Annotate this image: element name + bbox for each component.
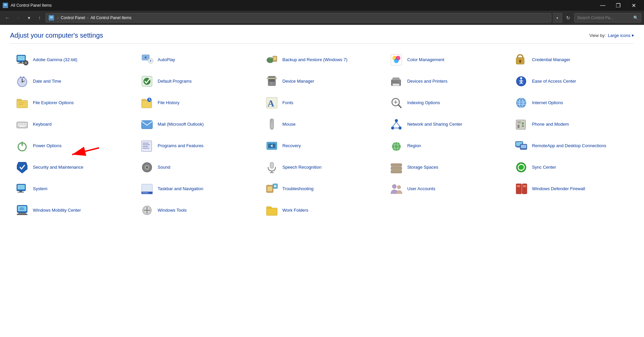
control-panel-item-indexing[interactable]: Indexing Options [384, 92, 509, 114]
recent-locations-button[interactable]: ▾ [24, 13, 34, 23]
taskbar-nav-icon [140, 182, 154, 196]
control-panel-item-work-folders[interactable]: Work Folders [260, 200, 385, 221]
windows-tools-icon [140, 204, 154, 217]
control-panel-item-internet-options[interactable]: Internet Options [509, 92, 634, 114]
control-panel-item-windows-defender[interactable]: Windows Defender Firewall [509, 178, 634, 200]
svg-point-95 [392, 142, 401, 151]
devices-printers-label: Devices and Printers [407, 79, 447, 84]
svg-rect-103 [521, 145, 526, 148]
up-button[interactable]: ↑ [35, 13, 44, 23]
control-panel-item-file-history[interactable]: File History [135, 92, 260, 114]
search-box[interactable]: Search Control Pa... 🔍 [574, 13, 641, 23]
titlebar-controls: — ❐ ✕ [595, 0, 641, 11]
refresh-button[interactable]: ↻ [563, 13, 573, 23]
file-history-icon [140, 96, 154, 110]
control-panel-item-devices-printers[interactable]: Devices and Printers [384, 71, 509, 92]
svg-rect-6 [50, 19, 53, 19]
programs-features-label: Programs and Features [158, 143, 204, 149]
control-panel-item-security-maintenance[interactable]: Security and Maintenance [10, 157, 135, 178]
control-panel-item-programs-features[interactable]: Programs and Features [135, 135, 260, 157]
minimize-button[interactable]: — [595, 0, 610, 11]
view-by-value[interactable]: Large icons ▾ [608, 33, 634, 38]
svg-rect-69 [22, 123, 24, 124]
svg-line-78 [393, 122, 396, 127]
control-panel-item-autoplay[interactable]: AutoPlay [135, 49, 260, 71]
svg-point-17 [145, 56, 147, 58]
control-panel-item-fonts[interactable]: AFonts [260, 92, 385, 114]
control-panel-item-storage-spaces[interactable]: Storage Spaces [384, 157, 509, 178]
svg-rect-145 [266, 208, 277, 215]
control-panel-item-windows-mobility[interactable]: Windows Mobility Center [10, 200, 135, 221]
svg-rect-3 [4, 7, 7, 7]
page-header: Adjust your computer's settings View by:… [10, 32, 634, 44]
svg-rect-144 [146, 210, 148, 211]
date-time-label: Date and Time [33, 79, 61, 84]
control-panel-item-mouse[interactable]: Mouse [260, 114, 385, 135]
keyboard-label: Keyboard [33, 122, 52, 127]
control-panel-item-date-time[interactable]: Date and Time [10, 71, 135, 92]
control-panel-item-ease-access[interactable]: Ease of Access Center [509, 71, 634, 92]
breadcrumb-control-panel[interactable]: Control Panel [61, 15, 85, 20]
control-panel-item-mail[interactable]: Mail (Microsoft Outlook) [135, 114, 260, 135]
control-panel-item-backup-restore[interactable]: Backup and Restore (Windows 7) [260, 49, 385, 71]
svg-rect-32 [20, 77, 21, 78]
svg-rect-118 [17, 185, 25, 189]
svg-rect-67 [18, 123, 19, 124]
address-dropdown-button[interactable]: ▾ [553, 13, 562, 23]
address-bar[interactable]: › Control Panel › All Control Panel Item… [46, 13, 551, 23]
remoteapp-icon [514, 139, 528, 153]
control-panel-item-power-options[interactable]: Power Options [10, 135, 135, 157]
power-options-icon [15, 139, 29, 153]
file-explorer-icon [15, 96, 29, 110]
svg-rect-138 [17, 214, 28, 215]
svg-rect-113 [391, 170, 402, 173]
file-history-label: File History [158, 100, 180, 106]
maximize-button[interactable]: ❐ [610, 0, 626, 11]
control-panel-item-user-accounts[interactable]: User Accounts [384, 178, 509, 200]
control-panel-item-system[interactable]: System [10, 178, 135, 200]
storage-spaces-icon [390, 161, 403, 174]
close-button[interactable]: ✕ [626, 0, 641, 11]
control-panel-item-file-explorer[interactable]: File Explorer Options [10, 92, 135, 114]
svg-point-83 [522, 122, 524, 124]
autoplay-icon [140, 53, 154, 67]
device-manager-icon [265, 75, 279, 88]
control-panel-item-keyboard[interactable]: Keyboard [10, 114, 135, 135]
control-panel-item-network-sharing[interactable]: Network and Sharing Center [384, 114, 509, 135]
system-icon [15, 182, 29, 196]
control-panel-item-default-programs[interactable]: Default Programs [135, 71, 260, 92]
svg-rect-1 [4, 4, 7, 6]
file-explorer-label: File Explorer Options [33, 100, 73, 106]
recovery-icon [265, 139, 279, 153]
troubleshooting-icon [265, 182, 279, 196]
control-panel-item-sync-center[interactable]: Sync Center [509, 157, 634, 178]
region-icon [390, 139, 403, 153]
internet-options-icon [514, 96, 528, 110]
indexing-icon [390, 96, 403, 110]
fonts-icon: A [265, 96, 279, 110]
control-panel-item-recovery[interactable]: Recovery [260, 135, 385, 157]
control-panel-item-speech-recognition[interactable]: Speech Recognition [260, 157, 385, 178]
sync-center-label: Sync Center [532, 165, 556, 170]
back-button[interactable]: ← [3, 13, 12, 23]
control-panel-item-windows-tools[interactable]: Windows Tools [135, 200, 260, 221]
svg-rect-121 [142, 184, 152, 192]
control-panel-item-adobe-gamma[interactable]: Adobe Gamma (32-bit) [10, 49, 135, 71]
forward-button[interactable]: → [13, 13, 23, 23]
svg-rect-41 [393, 78, 399, 80]
color-management-icon [390, 53, 403, 67]
control-panel-item-sound[interactable]: Sound [135, 157, 260, 178]
control-panel-item-troubleshooting[interactable]: Troubleshooting [260, 178, 385, 200]
control-panel-item-device-manager[interactable]: Device Manager [260, 71, 385, 92]
adobe-gamma-icon [15, 53, 29, 67]
control-panel-item-remoteapp[interactable]: RemoteApp and Desktop Connections [509, 135, 634, 157]
content-area: Adjust your computer's settings View by:… [0, 25, 644, 228]
svg-point-84 [522, 125, 524, 127]
svg-rect-5 [50, 18, 52, 19]
control-panel-item-taskbar-nav[interactable]: Taskbar and Navigation [135, 178, 260, 200]
control-panel-item-color-management[interactable]: Color Management [384, 49, 509, 71]
control-panel-item-phone-modem[interactable]: Phone and Modem [509, 114, 634, 135]
breadcrumb-sep-2: › [87, 15, 89, 20]
control-panel-item-credential-manager[interactable]: Credential Manager [509, 49, 634, 71]
control-panel-item-region[interactable]: Region [384, 135, 509, 157]
